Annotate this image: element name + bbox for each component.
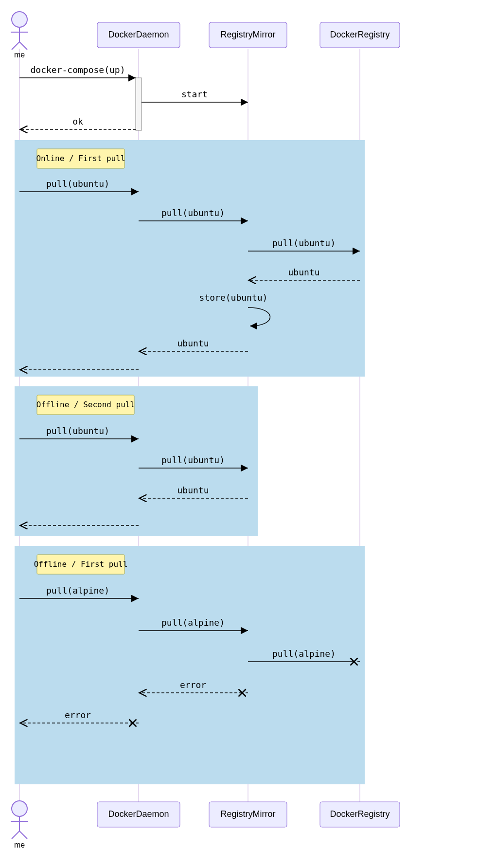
actor-me-label: me bbox=[14, 51, 25, 59]
actor-me-top: me bbox=[11, 12, 28, 59]
actor-mirror-top: RegistryMirror bbox=[209, 22, 287, 48]
svg-line-21 bbox=[19, 831, 27, 839]
svg-text:DockerRegistry: DockerRegistry bbox=[330, 809, 390, 819]
actor-daemon-bottom: DockerDaemon bbox=[97, 802, 180, 827]
actor-me-bottom: me bbox=[11, 801, 28, 849]
msg-pull-ubuntu-5: pull(ubuntu) bbox=[161, 455, 225, 465]
sequence-diagram: me DockerDaemon RegistryMirror DockerReg… bbox=[0, 0, 496, 868]
svg-text:Online / First pull: Online / First pull bbox=[36, 154, 125, 163]
svg-line-3 bbox=[12, 42, 19, 50]
svg-text:RegistryMirror: RegistryMirror bbox=[220, 809, 275, 819]
svg-text:Offline / Second pull: Offline / Second pull bbox=[36, 400, 135, 409]
svg-text:DockerDaemon: DockerDaemon bbox=[108, 809, 169, 819]
msg-ubuntu-2: ubuntu bbox=[177, 338, 209, 348]
msg-pull-ubuntu-3: pull(ubuntu) bbox=[272, 238, 336, 248]
actor-registry-top: DockerRegistry bbox=[320, 22, 400, 48]
svg-line-4 bbox=[19, 42, 27, 50]
actor-registry-bottom: DockerRegistry bbox=[320, 802, 400, 827]
msg-error-1: error bbox=[180, 680, 206, 690]
msg-error-2: error bbox=[65, 710, 91, 720]
msg-pull-ubuntu-4: pull(ubuntu) bbox=[46, 426, 109, 436]
svg-text:me: me bbox=[14, 841, 25, 849]
msg-ubuntu-1: ubuntu bbox=[288, 267, 319, 277]
msg-pull-alpine-3: pull(alpine) bbox=[272, 649, 336, 659]
msg-pull-ubuntu-2: pull(ubuntu) bbox=[161, 208, 225, 218]
note-online-first: Online / First pull bbox=[36, 149, 125, 168]
msg-pull-alpine-1: pull(alpine) bbox=[46, 585, 109, 596]
actor-registry-label: DockerRegistry bbox=[330, 30, 390, 39]
msg-start: start bbox=[181, 89, 208, 99]
svg-text:Offline / First pull: Offline / First pull bbox=[34, 560, 128, 569]
msg-ubuntu-5: ubuntu bbox=[177, 485, 209, 495]
note-offline-first: Offline / First pull bbox=[34, 555, 128, 574]
actor-daemon-top: DockerDaemon bbox=[97, 22, 180, 48]
note-offline-second: Offline / Second pull bbox=[36, 395, 135, 415]
actor-daemon-label: DockerDaemon bbox=[108, 30, 169, 39]
msg-compose-up: docker-compose(up) bbox=[30, 65, 125, 75]
svg-point-17 bbox=[12, 801, 27, 816]
msg-ok: ok bbox=[72, 116, 83, 127]
svg-point-0 bbox=[12, 12, 27, 27]
msg-pull-ubuntu-1: pull(ubuntu) bbox=[46, 179, 109, 189]
actor-mirror-bottom: RegistryMirror bbox=[209, 802, 287, 827]
actor-mirror-label: RegistryMirror bbox=[220, 30, 275, 39]
svg-line-20 bbox=[12, 831, 19, 839]
activation-daemon bbox=[136, 78, 142, 130]
bg-offline-first bbox=[15, 546, 365, 784]
msg-pull-alpine-2: pull(alpine) bbox=[161, 617, 225, 628]
msg-store-ubuntu: store(ubuntu) bbox=[199, 292, 268, 303]
